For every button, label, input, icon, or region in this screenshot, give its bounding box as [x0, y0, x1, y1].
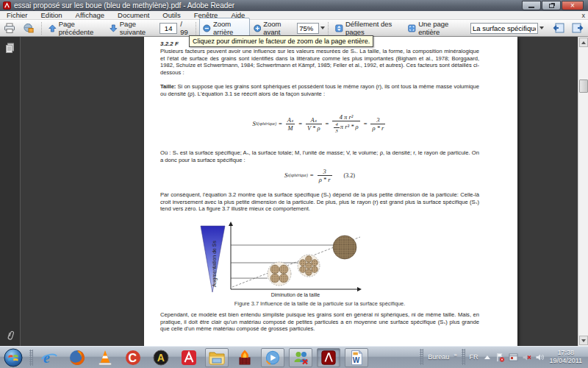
clock-time: 17:38 — [550, 349, 582, 357]
tray-grip[interactable] — [420, 349, 423, 365]
zoom-level-input[interactable] — [297, 23, 319, 34]
scrolling-mode-label: Défilement des pages — [345, 20, 401, 36]
search-dropdown-icon[interactable] — [539, 26, 544, 29]
restore-button[interactable] — [542, 1, 561, 10]
windows-media-player-icon — [265, 350, 281, 366]
fraction-denominator: M — [286, 124, 295, 132]
next-view-button[interactable] — [568, 21, 588, 35]
taskbar-button-media-player[interactable] — [261, 348, 284, 367]
toolbar-separator — [328, 22, 329, 35]
scroll-up-button[interactable] — [579, 38, 588, 47]
menu-fichier[interactable]: Fichier — [0, 11, 35, 20]
desktop: essai proposé sur les boue (bleu de meth… — [0, 0, 588, 368]
close-button[interactable]: × — [562, 1, 584, 10]
volume-speaker-icon[interactable] — [535, 352, 545, 362]
vertical-scrollbar[interactable] — [578, 37, 588, 346]
fraction-denominator: 3 — [334, 128, 340, 134]
scrollbar-thumb[interactable] — [579, 79, 588, 93]
scroll-down-button[interactable] — [579, 336, 588, 345]
previous-view-button[interactable] — [548, 21, 568, 35]
page-number-input[interactable] — [159, 23, 177, 34]
fraction-numerator: Aₛ — [306, 116, 322, 124]
word-document-icon: W — [348, 350, 365, 366]
svg-text:W: W — [353, 355, 360, 364]
previous-page-button[interactable]: Page précédente — [45, 18, 106, 38]
taskbar-button-explorer[interactable] — [205, 348, 229, 367]
taskbar-icon-internet-explorer[interactable]: e — [39, 348, 60, 367]
folder-explorer-icon — [208, 350, 226, 366]
printer-icon — [4, 23, 15, 34]
tray-expand-icon[interactable] — [482, 352, 492, 362]
x-axis-arrow — [357, 287, 362, 291]
taskbar-icon-firefox[interactable] — [67, 348, 87, 367]
next-page-button[interactable]: Page suivante — [106, 18, 159, 38]
zoom-dropdown-icon[interactable] — [320, 26, 325, 29]
taskbar-icon-download-manager[interactable] — [234, 348, 255, 367]
pdf-app-icon — [3, 1, 11, 10]
pages-panel-icon[interactable] — [5, 43, 15, 54]
document-close-icon[interactable]: x — [582, 11, 586, 20]
navigation-panel-strip — [0, 37, 21, 346]
x-axis-label: Diminution de la taille — [271, 292, 320, 297]
equals-sign: = — [364, 120, 368, 127]
paragraph-facteurs: Plusieurs facteurs peuvent avoir une inf… — [160, 48, 479, 76]
scroll-up-icon — [581, 41, 586, 44]
firefox-icon — [68, 349, 86, 367]
tray-grip[interactable] — [462, 349, 465, 365]
menu-outils[interactable]: Outils — [156, 11, 187, 20]
start-button[interactable] — [3, 348, 24, 367]
taskbar-icon-aimp[interactable]: A — [151, 348, 171, 367]
fraction-denominator: 43π r³ * ρ — [332, 121, 359, 134]
fraction-numerator: 4 π r² — [332, 113, 359, 121]
fraction-denominator: ρ * r — [318, 176, 332, 183]
taskbar-icon-vlc[interactable] — [95, 348, 115, 367]
minimize-button[interactable] — [522, 1, 541, 10]
taskbar-grip[interactable] — [29, 350, 33, 366]
taskbar-button-messenger[interactable] — [289, 348, 312, 367]
aggregate-fine-particles — [333, 236, 356, 259]
taskbar-clock[interactable]: 17:38 19/04/2011 — [550, 349, 582, 365]
print-button[interactable] — [0, 21, 19, 36]
window-titlebar: essai proposé sur les boue (bleu de meth… — [0, 0, 588, 11]
action-center-flag-icon[interactable] — [495, 352, 506, 362]
equation-3-2: Ss(sphérique) = 3 ρ * r (3.2) — [160, 166, 479, 184]
toolbar-separator — [196, 22, 196, 35]
zoom-out-icon — [203, 24, 211, 33]
messenger-contacts-icon — [292, 350, 309, 366]
adobe-reader-icon — [320, 350, 337, 366]
audio-device-muted-icon[interactable] — [522, 352, 532, 362]
taskbar-button-adobe-reader[interactable] — [317, 348, 340, 367]
eq1-fraction-2: Aₛ V * ρ — [306, 116, 322, 132]
next-page-label: Page suivante — [120, 20, 156, 36]
taskbar-icon-ccleaner[interactable]: C — [123, 348, 143, 367]
paragraph-taille: Taille: Si on suppose que les grains son… — [160, 83, 479, 97]
eq1-fraction-3: 4 π r² 43π r³ * ρ — [332, 113, 359, 134]
eq2-lhs-subscript: s(sphérique) — [287, 173, 308, 177]
equals-sign: = — [298, 120, 302, 127]
paragraph-definitions: Où : Sₛ est la surface spécifique; Aₛ, l… — [160, 149, 479, 163]
attachments-paperclip-icon[interactable] — [6, 330, 15, 342]
fraction-numerator: Aₛ — [286, 116, 295, 124]
close-icon: × — [570, 2, 575, 9]
taskbar-icon-avira[interactable] — [179, 348, 199, 367]
search-input[interactable] — [470, 23, 538, 34]
desktop-toolbar-label[interactable]: Bureau — [428, 353, 449, 361]
vlc-cone-icon — [96, 349, 114, 367]
collaboration-globe-icon — [23, 23, 35, 34]
share-button[interactable] — [19, 21, 38, 36]
arrow-up-icon — [49, 24, 57, 33]
fit-page-button[interactable]: Une page entière — [404, 18, 466, 38]
triangle-label: Augmentation de Ss — [212, 240, 218, 287]
toolbar-chevron[interactable]: » — [453, 352, 456, 358]
taskbar-button-word[interactable]: W — [345, 348, 368, 367]
svg-text:e: e — [43, 350, 50, 366]
eq2-fraction: 3 ρ * r — [318, 168, 332, 183]
y-axis-arrow — [229, 222, 233, 226]
tray-window-icon[interactable] — [509, 352, 519, 362]
paragraph-taille-body: Si on suppose que les grains sont sphéri… — [160, 83, 479, 97]
aggregate-large-particles — [268, 262, 291, 286]
equation-number: (3.2) — [344, 172, 355, 179]
section-heading: 3.2.2 F — [160, 40, 179, 47]
windows-start-icon — [4, 348, 23, 367]
language-indicator[interactable]: FR — [470, 353, 478, 361]
